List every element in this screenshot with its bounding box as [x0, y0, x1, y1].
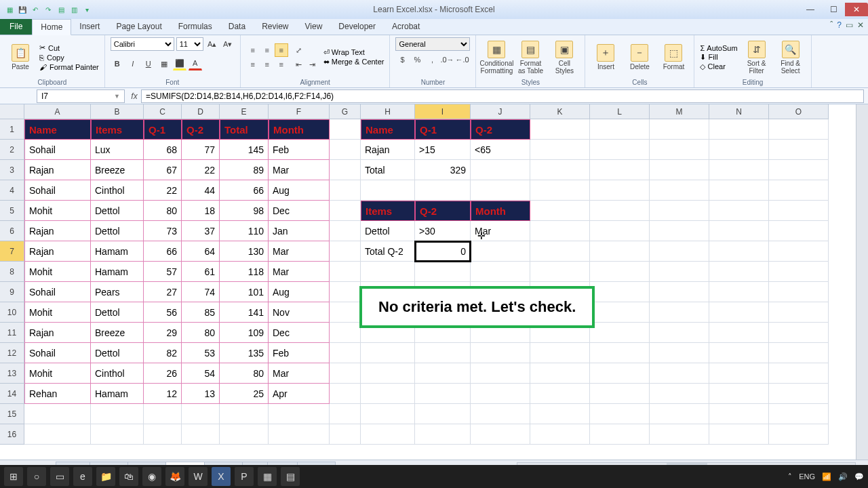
row-header-16[interactable]: 16: [0, 424, 24, 445]
row-header-5[interactable]: 5: [0, 201, 24, 221]
cell-N14[interactable]: [709, 384, 769, 404]
column-header-L[interactable]: L: [590, 104, 650, 119]
autosum-button[interactable]: Σ AutoSum: [700, 44, 737, 52]
window-restore-icon[interactable]: ▭: [846, 20, 853, 30]
copy-button[interactable]: ⎘ Copy: [39, 54, 99, 62]
bold-button[interactable]: B: [111, 57, 124, 70]
cell-A11[interactable]: Rajan: [24, 323, 91, 343]
close-button[interactable]: ✕: [845, 3, 868, 16]
cell-L16[interactable]: [590, 424, 650, 445]
cell-E4[interactable]: 66: [220, 180, 269, 201]
cell-G6[interactable]: [330, 221, 361, 241]
cell-G8[interactable]: [330, 262, 361, 282]
font-size-select[interactable]: 11: [176, 37, 203, 51]
cell-G9[interactable]: [330, 282, 361, 302]
cell-C15[interactable]: [144, 404, 182, 424]
column-header-J[interactable]: J: [471, 104, 530, 119]
cell-M5[interactable]: [650, 201, 709, 221]
align-left-icon[interactable]: ≡: [246, 58, 260, 71]
cell-J16[interactable]: [471, 424, 530, 445]
cell-H14[interactable]: [361, 384, 415, 404]
tray-network-icon[interactable]: 📶: [822, 472, 831, 481]
cell-D2[interactable]: 77: [182, 140, 220, 160]
format-cells-button[interactable]: ⬚Format: [658, 44, 688, 70]
cell-O8[interactable]: [769, 262, 829, 282]
cell-I4[interactable]: [415, 180, 471, 201]
underline-button[interactable]: U: [142, 57, 155, 70]
cell-G1[interactable]: [330, 119, 361, 140]
cell-C6[interactable]: 73: [144, 221, 182, 241]
cell-G2[interactable]: [330, 140, 361, 160]
cell-E8[interactable]: 118: [220, 262, 269, 282]
column-header-I[interactable]: I: [415, 104, 471, 119]
cell-D13[interactable]: 54: [182, 363, 220, 384]
cell-F9[interactable]: Aug: [269, 282, 330, 302]
cell-D9[interactable]: 74: [182, 282, 220, 302]
cell-H6[interactable]: Dettol: [361, 221, 415, 241]
cell-N3[interactable]: [709, 160, 769, 180]
tab-formulas[interactable]: Formulas: [170, 19, 220, 35]
cell-E3[interactable]: 89: [220, 160, 269, 180]
fill-color-button[interactable]: ⬛: [173, 57, 186, 70]
cell-L2[interactable]: [590, 140, 650, 160]
minimize-button[interactable]: —: [799, 3, 822, 16]
tray-volume-icon[interactable]: 🔊: [838, 472, 848, 481]
tab-data[interactable]: Data: [220, 19, 254, 35]
cell-D14[interactable]: 13: [182, 384, 220, 404]
cell-L6[interactable]: [590, 221, 650, 241]
cell-C2[interactable]: 68: [144, 140, 182, 160]
cell-B2[interactable]: Lux: [91, 140, 144, 160]
cell-K15[interactable]: [530, 404, 590, 424]
paste-button[interactable]: 📋Paste: [5, 44, 35, 70]
cell-N10[interactable]: [709, 302, 769, 323]
cell-F15[interactable]: [269, 404, 330, 424]
cell-B9[interactable]: Pears: [91, 282, 144, 302]
tab-page-layout[interactable]: Page Layout: [108, 19, 170, 35]
cell-M12[interactable]: [650, 343, 709, 363]
cell-O2[interactable]: [769, 140, 829, 160]
notifications-icon[interactable]: 💬: [854, 472, 864, 481]
column-header-N[interactable]: N: [709, 104, 769, 119]
cell-G7[interactable]: [330, 241, 361, 262]
decrease-indent-icon[interactable]: ⇤: [292, 58, 306, 71]
cell-E16[interactable]: [220, 424, 269, 445]
percent-icon[interactable]: %: [410, 53, 424, 66]
cell-H7[interactable]: Total Q-2: [361, 241, 415, 262]
word-icon[interactable]: W: [189, 467, 208, 486]
row-header-4[interactable]: 4: [0, 180, 24, 201]
cell-E15[interactable]: [220, 404, 269, 424]
cell-D12[interactable]: 53: [182, 343, 220, 363]
cortana-icon[interactable]: ○: [27, 467, 46, 486]
row-header-12[interactable]: 12: [0, 343, 24, 363]
cell-C13[interactable]: 26: [144, 363, 182, 384]
cell-B5[interactable]: Dettol: [91, 201, 144, 221]
align-top-icon[interactable]: ≡: [246, 43, 260, 57]
align-bottom-icon[interactable]: ≡: [275, 43, 288, 57]
cell-I14[interactable]: [415, 384, 471, 404]
cell-J4[interactable]: [471, 180, 530, 201]
cell-F3[interactable]: Mar: [269, 160, 330, 180]
chrome-icon[interactable]: ◉: [142, 467, 161, 486]
cell-M6[interactable]: [650, 221, 709, 241]
row-header-11[interactable]: 11: [0, 323, 24, 343]
cell-B12[interactable]: Dettol: [91, 343, 144, 363]
insert-cells-button[interactable]: ＋Insert: [591, 44, 620, 70]
cell-N2[interactable]: [709, 140, 769, 160]
format-painter-button[interactable]: 🖌 Format Painter: [39, 63, 99, 71]
start-button[interactable]: ⊞: [4, 467, 23, 486]
app-icon[interactable]: ▦: [258, 467, 277, 486]
decrease-decimal-icon[interactable]: ←.0: [455, 53, 469, 66]
cell-C4[interactable]: 22: [144, 180, 182, 201]
border-button[interactable]: ▦: [157, 57, 171, 70]
row-header-14[interactable]: 14: [0, 384, 24, 404]
column-header-A[interactable]: A: [24, 104, 91, 119]
currency-icon[interactable]: $: [395, 53, 409, 66]
cell-L5[interactable]: [590, 201, 650, 221]
cell-O11[interactable]: [769, 323, 829, 343]
orientation-icon[interactable]: ⤢: [292, 43, 306, 57]
cell-E11[interactable]: 109: [220, 323, 269, 343]
firefox-icon[interactable]: 🦊: [165, 467, 184, 486]
cell-O15[interactable]: [769, 404, 829, 424]
cell-F14[interactable]: Apr: [269, 384, 330, 404]
cell-A4[interactable]: Sohail: [24, 180, 91, 201]
